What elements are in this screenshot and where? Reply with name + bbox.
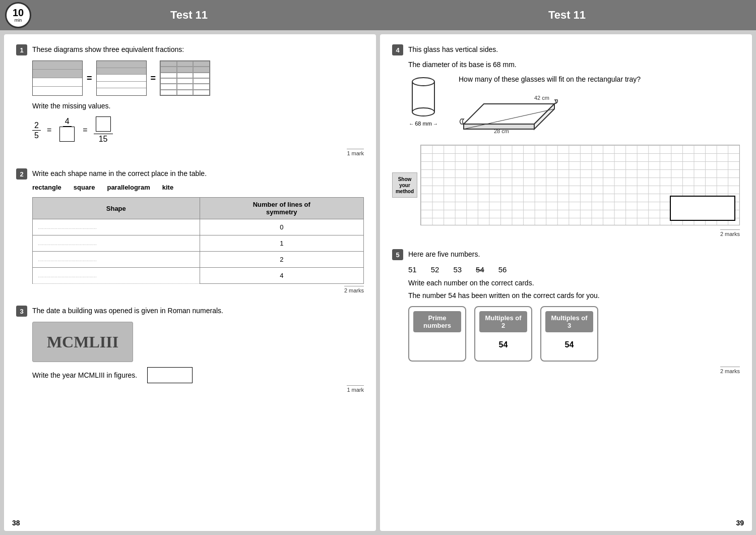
page-number-left: 38: [12, 519, 20, 527]
page-left: 1 These diagrams show three equivalent f…: [4, 34, 376, 531]
answer-box-num[interactable]: [96, 116, 111, 132]
working-area: Show your method: [392, 145, 740, 225]
num-53: 53: [453, 265, 462, 274]
q4-number: 4: [392, 44, 403, 55]
q4-answer-box[interactable]: [670, 196, 735, 221]
symmetry-4: 4: [200, 268, 363, 284]
eq-sign-2: =: [83, 126, 87, 135]
frac-2-5: 2 5: [32, 121, 41, 140]
symmetry-1: 1: [200, 235, 363, 252]
card-multiples-2-value: 54: [499, 340, 508, 349]
q1-text: These diagrams show three equivalent fra…: [32, 44, 184, 55]
q1-marks-container: 1 mark: [16, 149, 364, 156]
frac-4-box: 4: [57, 116, 77, 144]
num-52: 52: [431, 265, 439, 274]
symmetry-0: 0: [200, 219, 363, 235]
frac-row: [97, 82, 146, 89]
header-title-left: Test 11: [170, 9, 208, 22]
frac-box-15: 15: [94, 116, 113, 144]
shape-input-0[interactable]: ........................................…: [33, 219, 200, 235]
q4-marks: 2 marks: [720, 229, 740, 237]
q3-answer-box[interactable]: [147, 367, 193, 383]
shape-kite: kite: [162, 184, 173, 191]
col-symmetry: Number of lines ofsymmetry: [200, 198, 363, 219]
shape-table: Shape Number of lines ofsymmetry .......…: [32, 197, 364, 284]
num-51: 51: [408, 265, 417, 274]
question-1: 1 These diagrams show three equivalent f…: [16, 44, 364, 156]
show-method-label: Show your method: [392, 172, 417, 198]
grid-canvas: [420, 145, 740, 225]
q2-marks: 2 marks: [344, 286, 364, 293]
q5-text: Here are five numbers.: [408, 249, 480, 260]
card-multiples-3: Multiples of 3 54: [540, 306, 598, 362]
q3-marks: 1 mark: [347, 385, 364, 393]
frac-row: [97, 61, 146, 68]
frac-diagram-2: [96, 61, 147, 96]
question-2: 2 Write each shape name in the correct p…: [16, 168, 364, 293]
card-multiples-2-header: Multiples of 2: [479, 311, 527, 332]
q3-answer-row: Write the year MCMLIII in figures.: [32, 367, 364, 383]
q1-header: 1 These diagrams show three equivalent f…: [16, 44, 364, 55]
header: 10 min Test 11 Test 11: [0, 0, 756, 30]
q1-marks: 1 mark: [347, 149, 364, 156]
q3-number: 3: [16, 306, 27, 317]
num-54: 54: [476, 265, 484, 274]
shape-words: rectangle square parallelogram kite: [32, 184, 364, 191]
frac-row: [33, 70, 82, 78]
main-content: 1 These diagrams show three equivalent f…: [0, 30, 756, 535]
svg-text:42 cm: 42 cm: [534, 95, 549, 101]
q5-instruction1: Write each number on the correct cards.: [408, 278, 740, 288]
card-prime: Prime numbers: [408, 306, 466, 362]
glass-dimension: 68 mm: [415, 121, 432, 127]
q4-question-and-tray: How many of these glasses will fit on th…: [459, 74, 740, 141]
question-5: 5 Here are five numbers. 51 52 53 54 56 …: [392, 249, 740, 374]
shape-input-2[interactable]: ........................................…: [33, 252, 200, 268]
fraction-equation: 2 5 = 4 = 15: [32, 116, 364, 144]
table-row: ........................................…: [33, 219, 364, 235]
q1-number: 1: [16, 44, 27, 55]
question-4: 4 This glass has vertical sides. The dia…: [392, 44, 740, 237]
glass-svg: [408, 74, 438, 120]
page-right: 4 This glass has vertical sides. The dia…: [380, 34, 752, 531]
frac-row: [33, 87, 82, 95]
frac-row: [33, 61, 82, 70]
card-multiples-3-value: 54: [565, 340, 574, 349]
roman-numeral-image: MCMLIII: [32, 322, 133, 362]
header-left: Test 11: [0, 9, 378, 22]
svg-point-3: [412, 108, 434, 116]
equals-2: =: [151, 73, 156, 84]
five-numbers: 51 52 53 54 56: [408, 265, 740, 274]
roman-numeral-text: MCMLIII: [47, 333, 118, 351]
answer-box-den[interactable]: [59, 127, 75, 142]
q5-marks: 2 marks: [720, 367, 740, 374]
table-row: ........................................…: [33, 252, 364, 268]
tray-svg: 28 cm 42 cm: [459, 89, 559, 139]
eq-sign-1: =: [47, 126, 51, 135]
q5-marks-container: 2 marks: [392, 367, 740, 374]
svg-point-0: [412, 78, 434, 86]
q1-instruction: Write the missing values.: [32, 101, 364, 111]
q3-header: 3 The date a building was opened is give…: [16, 306, 364, 317]
q5-header: 5 Here are five numbers.: [392, 249, 740, 260]
q4-subtext: The diameter of its base is 68 mm.: [408, 60, 740, 70]
table-row: ........................................…: [33, 235, 364, 252]
q4-header: 4 This glass has vertical sides.: [392, 44, 740, 55]
card-prime-header: Prime numbers: [413, 311, 461, 332]
symmetry-2: 2: [200, 252, 363, 268]
num-56: 56: [498, 265, 507, 274]
q5-instruction2: The number 54 has been written on the co…: [408, 290, 740, 301]
glass-drawing: ← 68 mm →: [408, 74, 438, 127]
q4-question: How many of these glasses will fit on th…: [459, 74, 740, 85]
q3-instruction: Write the year MCMLIII in figures.: [32, 370, 137, 381]
header-title-right: Test 11: [548, 9, 586, 22]
q2-text: Write each shape name in the correct pla…: [32, 168, 207, 179]
shape-square: square: [74, 184, 95, 191]
q4-text: This glass has vertical sides.: [408, 44, 498, 55]
timer-unit: min: [15, 18, 22, 23]
header-right: Test 11: [378, 9, 756, 22]
shape-input-1[interactable]: ........................................…: [33, 235, 200, 252]
q2-number: 2: [16, 168, 27, 180]
card-multiples-3-header: Multiples of 3: [545, 311, 593, 332]
shape-input-3[interactable]: ........................................…: [33, 268, 200, 284]
svg-text:28 cm: 28 cm: [494, 128, 509, 134]
